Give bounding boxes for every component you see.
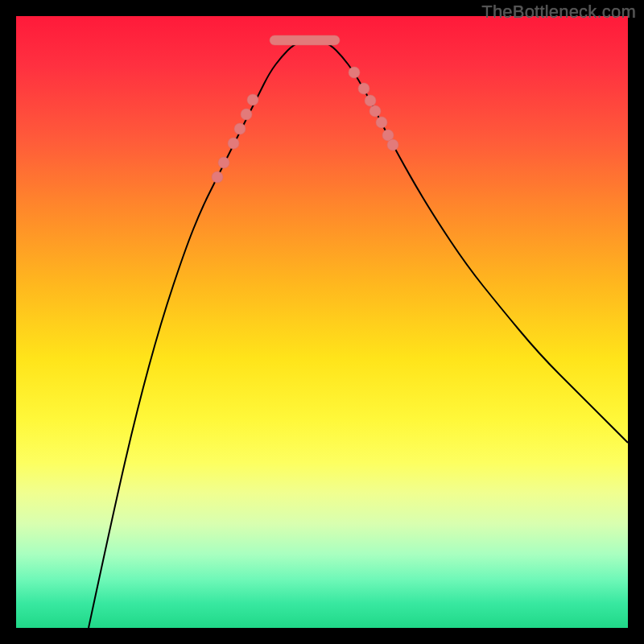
curve-marker bbox=[376, 117, 387, 128]
curve-marker bbox=[387, 139, 398, 151]
curve-marker bbox=[218, 157, 229, 168]
curve-marker bbox=[247, 94, 258, 105]
bottleneck-curve bbox=[89, 40, 628, 628]
curve-marker bbox=[365, 95, 376, 106]
curve-marker bbox=[369, 105, 381, 117]
curve-marker bbox=[228, 138, 239, 149]
chart-svg bbox=[16, 16, 628, 628]
curve-marker bbox=[241, 109, 252, 120]
curve-marker bbox=[358, 83, 369, 94]
curve-marker bbox=[212, 171, 223, 183]
curve-marker bbox=[234, 123, 246, 134]
curve-marker bbox=[349, 67, 360, 78]
optimal-band bbox=[270, 35, 340, 45]
markers-right-group bbox=[349, 67, 398, 151]
